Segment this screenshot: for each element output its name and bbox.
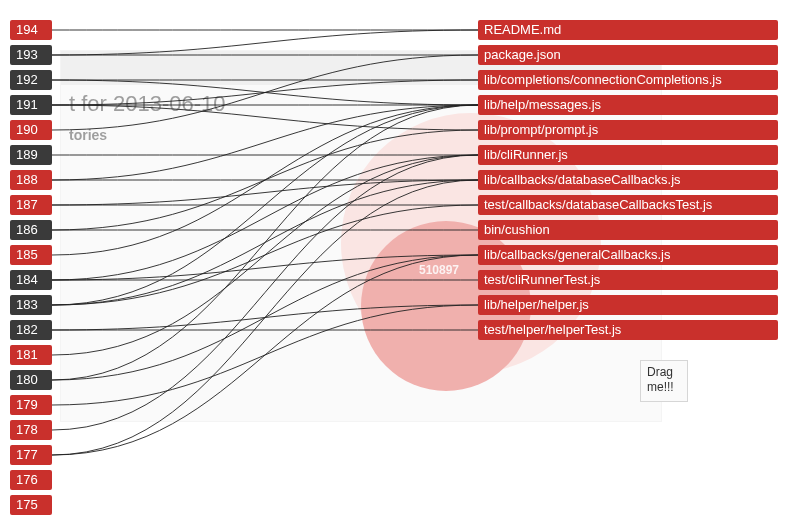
link	[52, 30, 478, 55]
right-column: README.mdpackage.jsonlib/completions/con…	[478, 20, 778, 345]
background-subtitle: tories	[69, 127, 107, 143]
commit-node-186[interactable]: 186	[10, 220, 52, 240]
commit-node-189[interactable]: 189	[10, 145, 52, 165]
link	[52, 180, 478, 205]
file-node[interactable]: lib/helper/helper.js	[478, 295, 778, 315]
link	[52, 180, 478, 305]
link	[52, 255, 478, 280]
file-node[interactable]: bin/cushion	[478, 220, 778, 240]
commit-node-180[interactable]: 180	[10, 370, 52, 390]
link	[52, 130, 478, 230]
link	[52, 105, 478, 255]
link	[52, 255, 478, 455]
background-bubble-label: 510897	[419, 263, 459, 277]
commit-node-184[interactable]: 184	[10, 270, 52, 290]
link	[52, 80, 478, 105]
commit-node-191[interactable]: 191	[10, 95, 52, 115]
commit-node-194[interactable]: 194	[10, 20, 52, 40]
file-node[interactable]: test/callbacks/databaseCallbacksTest.js	[478, 195, 778, 215]
file-node[interactable]: README.md	[478, 20, 778, 40]
link	[52, 305, 478, 330]
commit-node-178[interactable]: 178	[10, 420, 52, 440]
link	[52, 255, 478, 380]
commit-node-175[interactable]: 175	[10, 495, 52, 515]
file-node[interactable]: lib/callbacks/databaseCallbacks.js	[478, 170, 778, 190]
left-column: 1941931921911901891881871861851841831821…	[10, 20, 52, 520]
drag-handle[interactable]: Drag me!!!	[640, 360, 688, 402]
commit-node-179[interactable]: 179	[10, 395, 52, 415]
link	[52, 80, 478, 105]
commit-node-181[interactable]: 181	[10, 345, 52, 365]
link	[52, 105, 478, 180]
link	[52, 55, 478, 130]
file-node[interactable]: lib/callbacks/generalCallbacks.js	[478, 245, 778, 265]
file-node[interactable]: test/cliRunnerTest.js	[478, 270, 778, 290]
commit-node-183[interactable]: 183	[10, 295, 52, 315]
commit-node-185[interactable]: 185	[10, 245, 52, 265]
file-node[interactable]: lib/cliRunner.js	[478, 145, 778, 165]
link	[52, 155, 478, 355]
commit-node-187[interactable]: 187	[10, 195, 52, 215]
background-title: t for 2013-06-10	[69, 91, 226, 117]
file-node[interactable]: test/helper/helperTest.js	[478, 320, 778, 340]
link	[52, 105, 478, 130]
link	[52, 205, 478, 305]
file-node[interactable]: package.json	[478, 45, 778, 65]
link	[52, 305, 478, 405]
commit-node-190[interactable]: 190	[10, 120, 52, 140]
commit-node-182[interactable]: 182	[10, 320, 52, 340]
link	[52, 105, 478, 380]
commit-node-193[interactable]: 193	[10, 45, 52, 65]
commit-node-188[interactable]: 188	[10, 170, 52, 190]
link	[52, 180, 478, 455]
commit-node-176[interactable]: 176	[10, 470, 52, 490]
link	[52, 105, 478, 305]
commit-node-192[interactable]: 192	[10, 70, 52, 90]
link	[52, 155, 478, 430]
link	[52, 155, 478, 280]
file-node[interactable]: lib/help/messages.js	[478, 95, 778, 115]
file-node[interactable]: lib/prompt/prompt.js	[478, 120, 778, 140]
commit-node-177[interactable]: 177	[10, 445, 52, 465]
file-node[interactable]: lib/completions/connectionCompletions.js	[478, 70, 778, 90]
